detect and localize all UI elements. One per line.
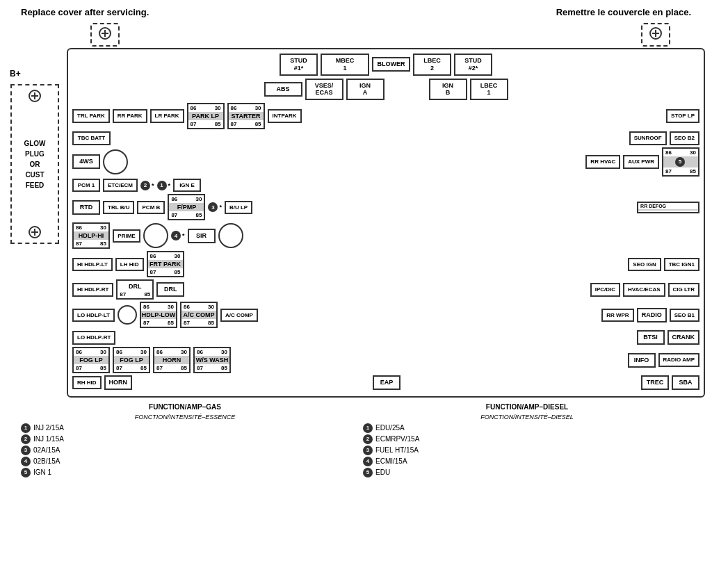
star3-label: *: [219, 204, 222, 211]
hdlp-low-relay: 8630 HDLP-LOW 8785: [140, 302, 177, 328]
sir-fuse: SIR: [188, 229, 216, 243]
diesel-title: FUNCTION/AMP–DIESEL: [363, 403, 691, 411]
diesel-text-3: FUEL HT/15A: [375, 446, 419, 454]
ign-e-fuse: IGN E: [173, 179, 201, 193]
ac-comp-relay: 8630 A/C COMP 8785: [180, 302, 218, 328]
fog-lp-relay: 8630 FOG LP 8785: [72, 347, 110, 373]
num2-circle: 2: [140, 181, 150, 190]
diesel-text-2: ECMRPV/15A: [375, 435, 419, 443]
star2-label: *: [152, 182, 154, 189]
gas-item-1: 1 INJ 2/15A: [21, 423, 349, 433]
bplus-label: B+: [10, 69, 21, 79]
glow-plug-box: GLOWPLUGORCUSTFEED: [10, 84, 59, 244]
header-left: Replace cover after servicing.: [21, 7, 149, 17]
diesel-subtitle: FONCTION/INTENSITÉ–DIESEL: [363, 414, 691, 420]
horn-fuse: HORN: [104, 375, 133, 390]
diesel-num-5: 5: [363, 468, 373, 477]
abs-fuse: ABS: [264, 82, 302, 97]
num1-circle: 1: [157, 181, 167, 190]
gas-text-4: 02B/15A: [33, 457, 60, 465]
cig-ltr-fuse: CIG LTR: [668, 283, 699, 297]
ipc-dic-fuse: IPC/DIC: [590, 283, 620, 297]
ac-comp-fuse: A/C COMP: [220, 309, 258, 322]
fuse-box-diagram: Replace cover after servicing. Remettre …: [0, 0, 712, 588]
screw-top-left: [99, 27, 111, 40]
num3-circle: 3: [208, 202, 218, 212]
btsi-fuse: BTSI: [637, 330, 665, 345]
lbec2-fuse: LBEC2: [413, 54, 451, 76]
diesel-column: FUNCTION/AMP–DIESEL FONCTION/INTENSITÉ–D…: [363, 403, 691, 479]
aux-pwr-fuse: AUX PWR: [623, 155, 659, 169]
crank-fuse: CRANK: [668, 330, 700, 345]
tbc-batt-fuse: TBC BATT: [72, 131, 111, 145]
rr-defog-relay: RR DEFOG: [637, 202, 699, 213]
etc-ecm-fuse: ETC/ECM: [103, 179, 138, 193]
starter-relay: 8630 STARTER 8785: [227, 103, 265, 129]
park-lp-relay: 8630 PARK LP 8785: [187, 103, 225, 129]
mbec1-fuse: MBEC1: [321, 54, 369, 76]
diesel-num-2: 2: [363, 434, 373, 444]
gas-column: FUNCTION/AMP–GAS FONCTION/INTENSITÉ–ESSE…: [21, 403, 349, 479]
stop-lp-fuse: STOP LP: [666, 109, 699, 123]
rtd-fuse: RTD: [72, 200, 100, 215]
gas-text-3: 02A/15A: [33, 446, 60, 454]
trec-fuse: TREC: [641, 375, 669, 390]
ign-a-fuse: IGNA: [346, 79, 385, 101]
lbec1-fuse: LBEC1: [470, 79, 508, 101]
diesel-num-4: 4: [363, 457, 373, 466]
gas-item-2: 2 INJ 1/15A: [21, 434, 349, 444]
4ws-fuse: 4WS: [72, 154, 100, 169]
rr-hvac-fuse: RR HVAC: [585, 155, 620, 169]
fog-lp2-relay: 8630 FOG LP 8785: [113, 347, 150, 373]
glow-plug-label: GLOWPLUGORCUSTFEED: [24, 138, 45, 190]
drl-relay: DRL 8785: [116, 279, 154, 300]
gas-subtitle: FONCTION/INTENSITÉ–ESSENCE: [21, 414, 349, 420]
eap-fuse: EAP: [373, 375, 400, 390]
screw-top-right: [649, 27, 662, 40]
stud-tab-right: [641, 23, 670, 47]
vses-ecas-fuse: VSES/ECAS: [305, 79, 343, 101]
trl-park-fuse: TRL PARK: [72, 109, 110, 123]
diesel-item-2: 2 ECMRPV/15A: [363, 434, 691, 444]
relay-circle-2: [143, 223, 168, 248]
hi-hdlp-rt-fuse: HI HDLP-RT: [72, 283, 113, 297]
hi-hdlp-lt-fuse: HI HDLP-LT: [72, 258, 113, 272]
diesel-text-1: EDU/25A: [375, 424, 405, 432]
rr-park-fuse: RR PARK: [113, 109, 147, 123]
seo-ign-fuse: SEO IGN: [628, 258, 661, 272]
ws-wash-relay: 8630 W/S WASH 8785: [193, 347, 231, 373]
bu-lp-fuse: B/U LP: [225, 201, 252, 215]
star4-label: *: [182, 232, 185, 239]
stud-tab-left: [90, 23, 120, 47]
screw-glow-top: [29, 90, 41, 102]
num5-circle: 5: [675, 157, 685, 167]
horn-relay: 8630 HORN 8785: [153, 347, 191, 373]
seo-b1-fuse: SEO B1: [670, 309, 699, 322]
tbc-ign1-fuse: TBC IGN1: [664, 258, 699, 272]
lo-hdlp-rt-fuse: LO HDLP-RT: [72, 331, 115, 345]
gas-item-3: 3 02A/15A: [21, 446, 349, 455]
relay-circle-3: [218, 223, 243, 248]
diesel-item-3: 3 FUEL HT/15A: [363, 446, 691, 455]
relay-circle-1: [103, 149, 128, 174]
header-right: Remettre le couvercle en place.: [556, 7, 691, 17]
sunroof-fuse: SUNROOF: [629, 131, 667, 145]
hvac-ecas-fuse: HVAC/ECAS: [623, 283, 665, 297]
stud2-fuse: STUD#2*: [454, 54, 492, 76]
pcm-b-fuse: PCM B: [137, 201, 165, 215]
star1-label: *: [168, 182, 171, 189]
trl-bu-fuse: TRL B/U: [103, 201, 134, 215]
hdlp-hi-relay: 8630 HDLP-HI 8785: [72, 222, 110, 249]
intpark-fuse: INTPARK: [268, 109, 302, 123]
gas-item-5: 5 IGN 1: [21, 468, 349, 477]
lh-hid-fuse: LH HID: [115, 258, 144, 272]
drl-fuse: DRL: [156, 282, 184, 297]
diesel-num-3: 3: [363, 446, 373, 455]
gas-num-4: 4: [21, 457, 31, 466]
gas-text-1: INJ 2/15A: [33, 424, 64, 432]
ign-b-fuse: IGNB: [429, 79, 467, 101]
gas-item-4: 4 02B/15A: [21, 457, 349, 466]
diesel-item-4: 4 ECMI/15A: [363, 457, 691, 466]
rh-hid-fuse: RH HID: [72, 376, 102, 390]
info-fuse: INFO: [628, 353, 656, 368]
